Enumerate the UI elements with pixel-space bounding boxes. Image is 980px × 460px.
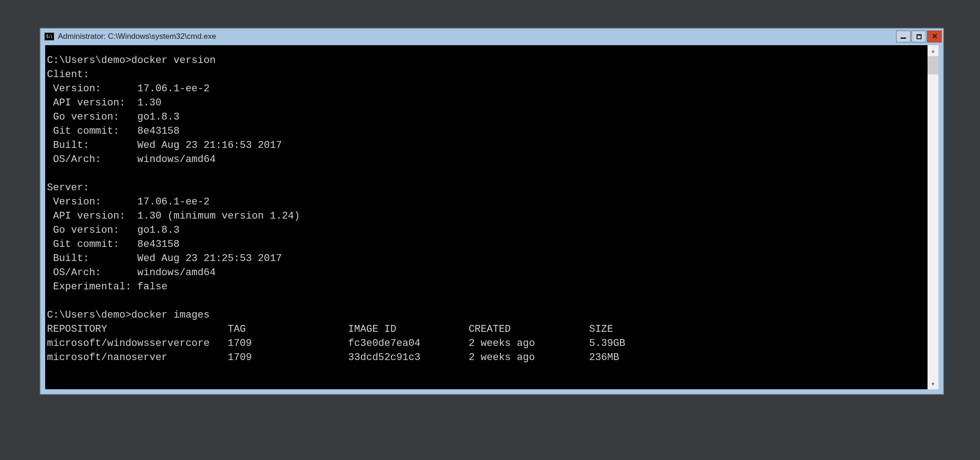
scrollbar-track[interactable] bbox=[928, 56, 938, 378]
chevron-up-icon: ▲ bbox=[931, 48, 935, 53]
vertical-scrollbar[interactable]: ▲ ▼ bbox=[928, 45, 938, 389]
minimize-button[interactable] bbox=[896, 31, 911, 42]
close-icon: ✕ bbox=[932, 33, 938, 40]
minimize-icon bbox=[901, 37, 906, 39]
terminal-output[interactable]: C:\Users\demo>docker version Client: Ver… bbox=[45, 45, 928, 389]
window-title: Administrator: C:\Windows\system32\cmd.e… bbox=[58, 32, 896, 41]
cmd-window: C:\ Administrator: C:\Windows\system32\c… bbox=[40, 28, 944, 394]
scroll-up-button[interactable]: ▲ bbox=[928, 45, 938, 56]
scrollbar-thumb[interactable] bbox=[928, 56, 938, 74]
maximize-icon bbox=[917, 34, 922, 39]
scroll-down-button[interactable]: ▼ bbox=[928, 378, 938, 389]
titlebar[interactable]: C:\ Administrator: C:\Windows\system32\c… bbox=[41, 29, 943, 44]
maximize-button[interactable] bbox=[912, 31, 926, 42]
chevron-down-icon: ▼ bbox=[931, 382, 935, 387]
close-button[interactable]: ✕ bbox=[927, 31, 942, 42]
window-controls: ✕ bbox=[896, 31, 943, 42]
cmd-icon: C:\ bbox=[44, 32, 54, 41]
terminal-wrapper: C:\Users\demo>docker version Client: Ver… bbox=[45, 45, 938, 389]
